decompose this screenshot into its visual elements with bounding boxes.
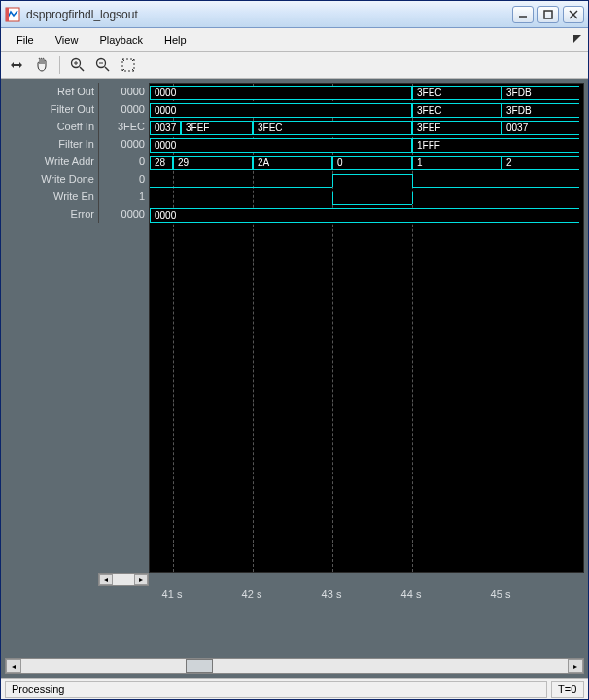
window-title: dspprogfirhdl_logsout [26,8,512,21]
menu-help[interactable]: Help [155,31,196,49]
menu-view[interactable]: View [46,31,88,49]
bus-segment: 3FDB [502,86,579,100]
minimize-button[interactable] [512,6,534,23]
window-controls [512,6,584,23]
menubar: File View Playback Help [1,28,588,52]
signal-band: 00373FEF3FEC3FEF0037 [150,121,583,136]
waveform-top: Ref OutFilter OutCoeff InFilter InWrite … [5,83,584,573]
scroll-right-icon[interactable]: ▸ [134,574,148,585]
signal-name[interactable]: Write Addr [5,153,98,170]
bus-segment: 3FEF [412,121,502,135]
logic-segment [412,192,579,192]
scrollbar-thumb[interactable] [186,659,213,673]
svg-rect-3 [544,11,552,18]
signal-name[interactable]: Write En [5,188,98,205]
svg-rect-1 [6,8,9,21]
time-tick-label: 45 s [491,588,511,600]
bus-segment: 0 [332,156,412,170]
signal-value: 0000 [98,100,149,118]
scroll-left-icon[interactable]: ◂ [99,574,113,585]
zoom-out-button[interactable] [91,54,115,76]
signal-name[interactable]: Filter Out [5,100,98,118]
spacer [5,615,584,654]
svg-line-11 [105,67,109,71]
bus-segment: 0000 [150,86,412,100]
time-ruler: 41 s42 s43 s44 s45 s [5,586,584,606]
signal-band: 00001FFF [150,138,583,154]
statusbar: Processing T=0 [1,678,588,699]
waveform-area: Ref OutFilter OutCoeff InFilter InWrite … [5,83,584,612]
scroll-left-icon[interactable]: ◂ [6,659,21,673]
menubar-overflow-icon[interactable] [572,34,582,46]
signal-band: 28292A012 [150,156,583,171]
content-area: Ref OutFilter OutCoeff InFilter InWrite … [1,79,588,678]
logic-segment [412,187,579,188]
signal-name[interactable]: Write Done [5,170,98,188]
time-ticks: 41 s42 s43 s44 s45 s [149,586,584,606]
spacer [5,573,98,586]
signal-band: 0000 [150,208,583,224]
titlebar: dspprogfirhdl_logsout [1,1,588,28]
scroll-right-icon[interactable]: ▸ [568,659,583,673]
spacer [149,573,584,586]
bus-segment: 0000 [150,208,579,223]
signal-value: 0000 [98,135,149,153]
signal-band [150,191,583,206]
mini-scrollbar[interactable]: ◂ ▸ [98,573,149,586]
signal-value: 3FEC [98,118,149,135]
bus-segment: 0037 [150,121,181,135]
bus-segment: 3FEC [253,121,412,135]
main-horizontal-scrollbar[interactable]: ◂ ▸ [5,658,584,674]
logic-segment [150,187,332,188]
app-window: dspprogfirhdl_logsout File View Playback… [0,0,589,700]
pan-horizontal-button[interactable] [5,54,28,76]
signal-band: 00003FEC3FDB [150,103,583,119]
status-time: T=0 [551,681,584,698]
signal-name[interactable]: Coeff In [5,118,98,135]
bus-segment: 2 [502,156,579,170]
signal-names-column: Ref OutFilter OutCoeff InFilter InWrite … [5,83,98,573]
bus-segment: 3FEF [181,121,253,135]
zoom-in-button[interactable] [66,54,89,76]
bus-segment: 3FEC [412,103,502,118]
pan-button[interactable] [30,54,53,76]
signal-name[interactable]: Error [5,205,98,223]
signal-value: 1 [98,188,149,205]
bus-segment: 2A [253,156,332,170]
menu-playback[interactable]: Playback [89,31,153,49]
signal-values-column: 000000003FEC00000010000 [98,83,149,573]
logic-segment [332,204,412,205]
scrollbar-track[interactable] [21,659,568,673]
bus-segment: 1FFF [412,138,579,153]
time-tick-label: 41 s [162,588,183,600]
menu-file[interactable]: File [7,31,44,49]
signal-value: 0 [98,153,149,170]
bus-segment: 28 [150,156,173,170]
bus-segment: 1 [412,156,502,170]
time-tick-label: 42 s [242,588,262,600]
logic-edge [412,174,413,187]
signal-band [150,173,583,189]
logic-edge [332,192,333,204]
waveform-canvas[interactable]: 00003FEC3FDB00003FEC3FDB00373FEF3FEC3FEF… [149,83,584,573]
logic-edge [332,174,333,187]
value-column-scrollbar: ◂ ▸ [5,573,584,586]
logic-segment [332,174,412,175]
signal-band: 00003FEC3FDB [150,86,583,101]
maximize-button[interactable] [537,6,559,23]
zoom-fit-button[interactable] [117,54,140,76]
signal-value: 0000 [98,83,149,100]
bus-segment: 3FDB [502,103,579,118]
signal-name[interactable]: Ref Out [5,83,98,100]
toolbar-separator [59,56,60,74]
svg-line-7 [80,67,84,71]
logic-segment [150,192,332,192]
bus-segment: 0037 [502,121,579,135]
signal-name[interactable]: Filter In [5,135,98,153]
logic-edge [412,192,413,204]
bus-segment: 0000 [150,103,412,118]
signal-value: 0 [98,170,149,188]
signal-value: 0000 [98,205,149,223]
close-button[interactable] [563,6,584,23]
bus-segment: 0000 [150,138,412,153]
